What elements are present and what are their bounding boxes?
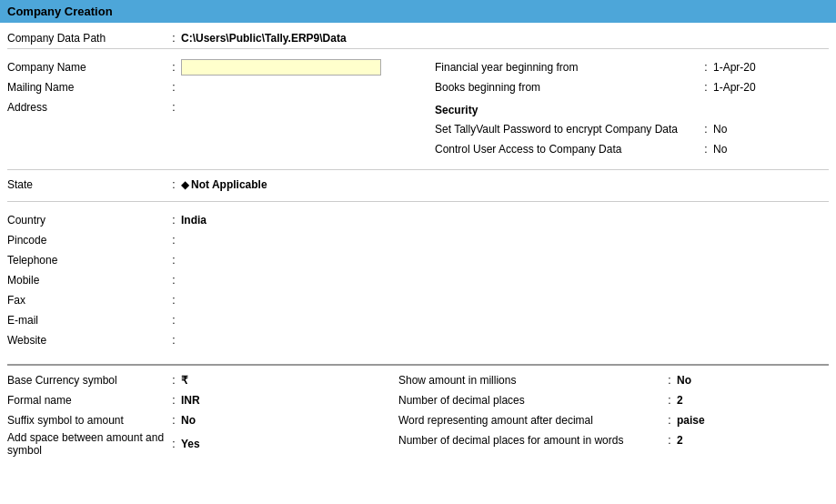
add-space-label: Add space between amount and symbol [7,431,166,457]
add-space-row: Add space between amount and symbol : Ye… [7,431,398,457]
decimal-in-words-row: Number of decimal places for amount in w… [398,431,829,449]
bottom-right: Show amount in millions : No Number of d… [398,371,829,459]
telephone-colon: : [166,254,181,267]
books-beginning-label: Books beginning from [435,81,699,94]
data-path-colon: : [166,32,181,45]
control-access-colon: : [699,143,713,156]
right-panel: Financial year beginning from : 1-Apr-20… [435,58,829,160]
title-bar: Company Creation [0,0,836,23]
telephone-label: Telephone [7,254,166,267]
financial-year-value: 1-Apr-20 [713,61,756,74]
financial-year-colon: : [699,61,713,74]
email-colon: : [166,314,181,327]
company-name-row: Company Name : [7,58,435,76]
country-colon: : [166,214,181,227]
word-after-decimal-label: Word representing amount after decimal [398,414,662,427]
state-label: State [7,178,166,191]
company-name-label: Company Name [7,61,166,74]
bottom-left: Base Currency symbol : ₹ Formal name : I… [7,371,398,459]
word-after-decimal-row: Word representing amount after decimal :… [398,411,829,429]
fax-colon: : [166,294,181,307]
formal-name-label: Formal name [7,394,166,407]
show-millions-colon: : [662,374,677,387]
decimal-in-words-colon: : [662,434,677,447]
address-row: Address : [7,98,435,116]
state-value: Not Applicable [191,178,267,191]
decimal-places-colon: : [662,394,677,407]
country-row: Country : India [7,211,829,229]
mailing-name-colon: : [166,81,181,94]
decimal-places-row: Number of decimal places : 2 [398,391,829,409]
decimal-places-label: Number of decimal places [398,394,662,407]
word-after-decimal-colon: : [662,414,677,427]
security-heading: Security [435,104,829,116]
mobile-label: Mobile [7,274,166,287]
mailing-name-row: Mailing Name : [7,78,435,96]
left-panel: Company Name : Mailing Name : Address : [7,58,435,160]
decimal-in-words-label: Number of decimal places for amount in w… [398,434,662,447]
state-colon: : [166,178,181,191]
country-value: India [181,214,829,227]
decimal-in-words-value: 2 [677,434,683,447]
data-path-value: C:\Users\Public\Tally.ERP9\Data [181,32,347,45]
fax-label: Fax [7,294,166,307]
data-path-row: Company Data Path : C:\Users\Public\Tall… [7,28,829,49]
mailing-name-label: Mailing Name [7,81,166,94]
tallyvault-value: No [713,123,727,136]
base-currency-row: Base Currency symbol : ₹ [7,371,398,389]
telephone-row: Telephone : [7,251,829,269]
website-label: Website [7,334,166,347]
email-label: E-mail [7,314,166,327]
bottom-grid: Base Currency symbol : ₹ Formal name : I… [7,371,829,459]
fax-row: Fax : [7,291,829,309]
mobile-colon: : [166,274,181,287]
base-currency-colon: : [166,374,181,387]
show-millions-value: No [677,374,691,387]
website-colon: : [166,334,181,347]
suffix-symbol-value: No [181,414,398,427]
state-row: State : ◆ Not Applicable [7,176,829,194]
books-beginning-colon: : [699,81,713,94]
pincode-label: Pincode [7,234,166,247]
company-name-input[interactable] [181,59,381,76]
email-row: E-mail : [7,311,829,329]
mobile-row: Mobile : [7,271,829,289]
company-name-colon: : [166,61,181,74]
financial-year-row: Financial year beginning from : 1-Apr-20 [435,58,829,76]
country-section: Country : India Pincode : Telephone : Mo… [7,207,829,355]
show-millions-label: Show amount in millions [398,374,662,387]
books-beginning-value: 1-Apr-20 [713,81,756,94]
base-currency-value: ₹ [181,374,398,387]
decimal-places-value: 2 [677,394,683,407]
word-after-decimal-value: paise [677,414,705,427]
address-colon: : [166,101,181,114]
data-path-label: Company Data Path [7,32,166,45]
suffix-symbol-label: Suffix symbol to amount [7,414,166,427]
control-access-value: No [713,143,727,156]
financial-year-label: Financial year beginning from [435,61,699,74]
tallyvault-row: Set TallyVault Password to encrypt Compa… [435,120,829,138]
form-section: Company Name : Mailing Name : Address : … [7,55,829,164]
control-access-row: Control User Access to Company Data : No [435,140,829,158]
tallyvault-colon: : [699,123,713,136]
diamond-icon: ◆ [181,178,189,191]
main-content: Company Data Path : C:\Users\Public\Tall… [0,23,836,469]
website-row: Website : [7,331,829,349]
state-section: State : ◆ Not Applicable [7,169,829,202]
country-label: Country [7,214,166,227]
formal-name-colon: : [166,394,181,407]
formal-name-value: INR [181,394,398,407]
tallyvault-label: Set TallyVault Password to encrypt Compa… [435,123,699,136]
show-millions-row: Show amount in millions : No [398,371,829,389]
books-beginning-row: Books beginning from : 1-Apr-20 [435,78,829,96]
add-space-colon: : [166,438,181,450]
formal-name-row: Formal name : INR [7,391,398,409]
suffix-symbol-row: Suffix symbol to amount : No [7,411,398,429]
address-label: Address [7,101,166,114]
title-label: Company Creation [7,5,113,18]
control-access-label: Control User Access to Company Data [435,143,699,156]
bottom-section: Base Currency symbol : ₹ Formal name : I… [7,364,829,464]
base-currency-label: Base Currency symbol [7,374,166,387]
pincode-colon: : [166,234,181,247]
add-space-value: Yes [181,438,398,450]
